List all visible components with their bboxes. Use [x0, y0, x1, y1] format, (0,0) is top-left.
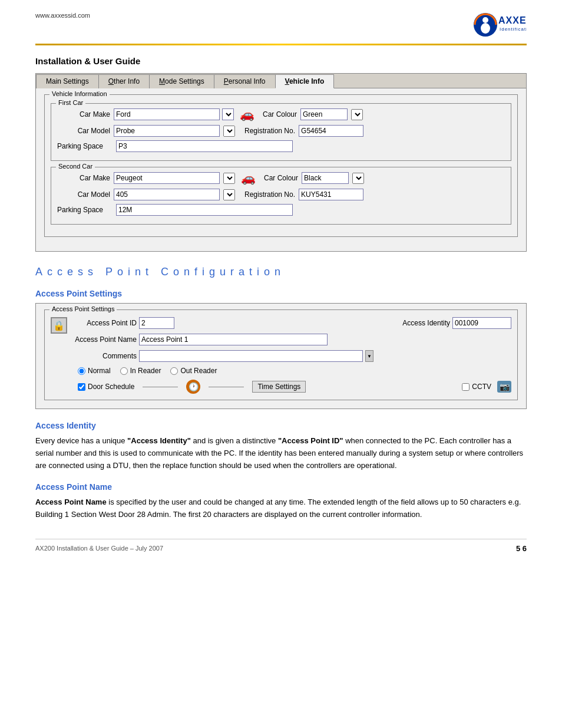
- first-car-group: First Car Car Make 🚗 Car Colour Car Mode…: [51, 103, 511, 161]
- comments-label: Comments: [72, 352, 137, 360]
- logo-area: AXXESS Identification: [474, 12, 527, 41]
- dialog-tabs: Main Settings Other Info Mode Settings P…: [36, 74, 526, 88]
- second-car-model-input[interactable]: [114, 189, 220, 200]
- first-car-model-label: Car Model: [57, 127, 110, 135]
- axxess-logo: AXXESS Identification: [474, 12, 527, 41]
- access-point-name-body: Access Point Name is specified by the us…: [35, 496, 527, 521]
- dialog-content: Vehicle Information First Car Car Make 🚗…: [36, 88, 526, 251]
- first-parking-row: Parking Space: [57, 140, 505, 152]
- access-identity-body: Every device has a unique "Access Identi…: [35, 435, 527, 472]
- radio-out-reader-input[interactable]: [170, 367, 178, 375]
- access-identity-input[interactable]: [452, 317, 511, 329]
- comments-input[interactable]: [139, 350, 363, 362]
- access-identity-label: Access Identity: [402, 319, 450, 327]
- vehicle-information-group: Vehicle Information First Car Car Make 🚗…: [44, 94, 518, 237]
- page-header: www.axxessid.com AXXESS Identification: [35, 12, 527, 41]
- access-point-name-section: Access Point Name Access Point Name is s…: [35, 482, 527, 521]
- header-divider: [35, 44, 527, 45]
- page-number: 5 6: [516, 544, 527, 553]
- second-car-colour-dropdown[interactable]: [352, 173, 364, 184]
- ap-settings-subtitle: Access Point Settings: [35, 289, 527, 298]
- clock-icon: 🕐: [186, 380, 200, 394]
- first-car-model-dropdown[interactable]: [223, 126, 235, 137]
- door-schedule-checkbox[interactable]: [78, 383, 85, 391]
- page-title: Installation & User Guide: [35, 56, 527, 66]
- second-parking-label: Parking Space: [57, 206, 116, 214]
- first-car-make-label: Car Make: [57, 110, 110, 118]
- comments-row: Comments ▼: [72, 350, 511, 362]
- door-schedule-checkbox-label[interactable]: Door Schedule: [78, 383, 134, 391]
- radio-out-reader[interactable]: Out Reader: [170, 367, 217, 375]
- second-reg-no-input[interactable]: [299, 189, 363, 200]
- first-parking-input[interactable]: [116, 140, 293, 152]
- first-car-make-dropdown[interactable]: [222, 108, 234, 120]
- first-car-make-row: Car Make 🚗 Car Colour: [57, 107, 505, 121]
- second-car-icon: 🚗: [241, 171, 256, 185]
- scrollbar-indicator: ▼: [365, 350, 373, 362]
- first-car-colour-dropdown[interactable]: [351, 109, 363, 120]
- second-car-title: Second Car: [56, 163, 95, 170]
- second-parking-row: Parking Space: [57, 204, 505, 216]
- first-reg-no-input[interactable]: [299, 125, 363, 137]
- first-parking-label: Parking Space: [57, 142, 116, 150]
- second-car-group: Second Car Car Make 🚗 Car Colour Car Mod…: [51, 167, 511, 225]
- svg-point-1: [482, 17, 488, 23]
- ap-name-row: Access Point Name: [72, 334, 511, 345]
- second-parking-input[interactable]: [116, 204, 293, 216]
- radio-normal-input[interactable]: [78, 367, 85, 375]
- radio-normal[interactable]: Normal: [78, 367, 111, 375]
- first-car-title: First Car: [56, 99, 85, 106]
- access-identity-title: Access Identity: [35, 421, 527, 430]
- second-car-make-label: Car Make: [57, 174, 110, 182]
- access-identity-section: Access Identity Every device has a uniqu…: [35, 421, 527, 472]
- radio-in-reader-input[interactable]: [120, 367, 128, 375]
- svg-point-2: [481, 23, 490, 34]
- cctv-checkbox-label[interactable]: CCTV: [462, 383, 491, 391]
- time-settings-button[interactable]: Time Settings: [252, 381, 306, 393]
- first-reg-no-label: Registration No.: [244, 127, 295, 135]
- second-car-colour-label: Car Colour: [264, 174, 298, 182]
- ap-group-title: Access Point Settings: [49, 305, 117, 312]
- second-car-make-dropdown[interactable]: [223, 173, 235, 184]
- tab-other-info[interactable]: Other Info: [98, 74, 150, 88]
- first-car-colour-input[interactable]: [300, 108, 348, 120]
- svg-text:AXXESS: AXXESS: [498, 15, 527, 25]
- tab-mode-settings[interactable]: Mode Settings: [149, 74, 214, 88]
- tab-main-settings[interactable]: Main Settings: [36, 74, 99, 88]
- cctv-checkbox[interactable]: [462, 383, 470, 391]
- access-point-config-title: Access Point Configuration: [35, 266, 527, 278]
- ap-name-label: Access Point Name: [72, 335, 137, 344]
- second-car-model-label: Car Model: [57, 190, 110, 199]
- door-line-right: [209, 387, 244, 387]
- tab-personal-info[interactable]: Personal Info: [214, 74, 276, 88]
- second-reg-no-label: Registration No.: [244, 190, 295, 199]
- website-url: www.axxessid.com: [35, 12, 90, 19]
- access-point-name-title: Access Point Name: [35, 482, 527, 492]
- vehicle-info-dialog: Main Settings Other Info Mode Settings P…: [35, 73, 527, 252]
- reader-type-radio-group: Normal In Reader Out Reader: [72, 367, 511, 375]
- first-car-make-input[interactable]: [114, 108, 220, 120]
- page-footer: AX200 Installation & User Guide – July 2…: [35, 539, 527, 553]
- ap-id-input[interactable]: [139, 317, 174, 329]
- footer-left: AX200 Installation & User Guide – July 2…: [35, 545, 163, 552]
- second-car-colour-input[interactable]: [302, 172, 349, 184]
- first-car-colour-label: Car Colour: [263, 110, 297, 118]
- second-car-model-row: Car Model Registration No.: [57, 189, 505, 200]
- lock-icon: 🔒: [51, 317, 67, 334]
- svg-text:Identification: Identification: [500, 27, 527, 32]
- cctv-camera-icon: 📷: [497, 381, 511, 393]
- second-car-model-dropdown[interactable]: [223, 189, 235, 200]
- first-car-model-input[interactable]: [114, 125, 220, 137]
- ap-settings-group: Access Point Settings 🔒 Access Point ID …: [44, 309, 518, 400]
- ap-id-label: Access Point ID: [72, 319, 137, 327]
- tab-vehicle-info[interactable]: Vehicle Info: [275, 74, 335, 88]
- door-schedule-row: Door Schedule 🕐 Time Settings CCTV 📷: [72, 380, 511, 394]
- ap-name-input[interactable]: [139, 334, 328, 345]
- radio-in-reader[interactable]: In Reader: [120, 367, 161, 375]
- second-car-make-input[interactable]: [114, 172, 220, 184]
- second-car-make-row: Car Make 🚗 Car Colour: [57, 171, 505, 185]
- first-car-model-row: Car Model Registration No.: [57, 125, 505, 137]
- ap-settings-dialog: Access Point Settings 🔒 Access Point ID …: [35, 303, 527, 409]
- door-line-left: [143, 387, 178, 387]
- vehicle-info-group-title: Vehicle Information: [49, 90, 110, 97]
